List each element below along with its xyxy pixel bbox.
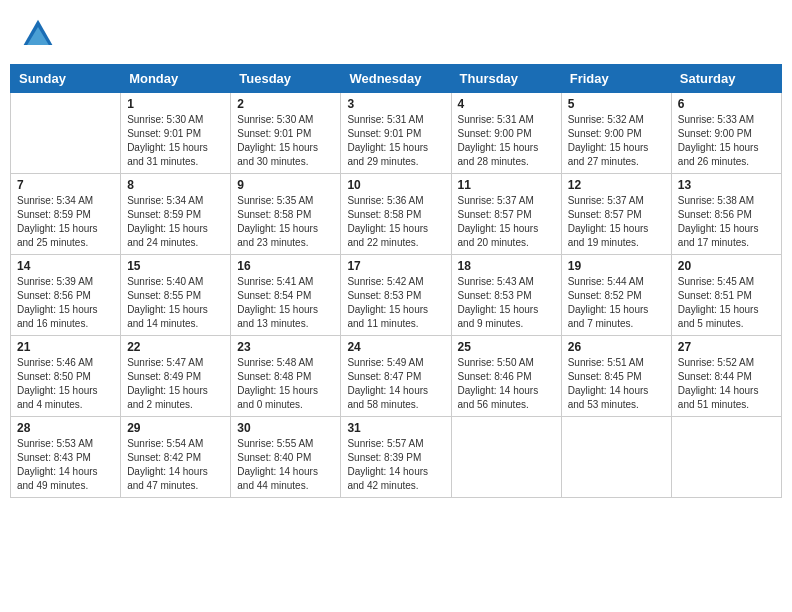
day-info: Sunrise: 5:43 AMSunset: 8:53 PMDaylight:… [458, 275, 555, 331]
day-info: Sunrise: 5:37 AMSunset: 8:57 PMDaylight:… [458, 194, 555, 250]
calendar-cell: 1 Sunrise: 5:30 AMSunset: 9:01 PMDayligh… [121, 93, 231, 174]
day-info: Sunrise: 5:31 AMSunset: 9:00 PMDaylight:… [458, 113, 555, 169]
calendar-cell: 20 Sunrise: 5:45 AMSunset: 8:51 PMDaylig… [671, 255, 781, 336]
calendar-cell: 6 Sunrise: 5:33 AMSunset: 9:00 PMDayligh… [671, 93, 781, 174]
calendar-cell: 11 Sunrise: 5:37 AMSunset: 8:57 PMDaylig… [451, 174, 561, 255]
day-number: 6 [678, 97, 775, 111]
week-row-4: 21 Sunrise: 5:46 AMSunset: 8:50 PMDaylig… [11, 336, 782, 417]
day-number: 11 [458, 178, 555, 192]
day-number: 29 [127, 421, 224, 435]
day-info: Sunrise: 5:44 AMSunset: 8:52 PMDaylight:… [568, 275, 665, 331]
calendar-cell: 23 Sunrise: 5:48 AMSunset: 8:48 PMDaylig… [231, 336, 341, 417]
week-row-5: 28 Sunrise: 5:53 AMSunset: 8:43 PMDaylig… [11, 417, 782, 498]
day-number: 22 [127, 340, 224, 354]
calendar-cell: 29 Sunrise: 5:54 AMSunset: 8:42 PMDaylig… [121, 417, 231, 498]
calendar-cell: 18 Sunrise: 5:43 AMSunset: 8:53 PMDaylig… [451, 255, 561, 336]
day-info: Sunrise: 5:45 AMSunset: 8:51 PMDaylight:… [678, 275, 775, 331]
day-number: 19 [568, 259, 665, 273]
day-number: 4 [458, 97, 555, 111]
calendar-cell: 15 Sunrise: 5:40 AMSunset: 8:55 PMDaylig… [121, 255, 231, 336]
day-info: Sunrise: 5:49 AMSunset: 8:47 PMDaylight:… [347, 356, 444, 412]
calendar-cell: 17 Sunrise: 5:42 AMSunset: 8:53 PMDaylig… [341, 255, 451, 336]
day-number: 7 [17, 178, 114, 192]
calendar-cell: 5 Sunrise: 5:32 AMSunset: 9:00 PMDayligh… [561, 93, 671, 174]
calendar-cell: 24 Sunrise: 5:49 AMSunset: 8:47 PMDaylig… [341, 336, 451, 417]
day-header-tuesday: Tuesday [231, 65, 341, 93]
day-info: Sunrise: 5:41 AMSunset: 8:54 PMDaylight:… [237, 275, 334, 331]
calendar-cell [561, 417, 671, 498]
week-row-1: 1 Sunrise: 5:30 AMSunset: 9:01 PMDayligh… [11, 93, 782, 174]
day-header-saturday: Saturday [671, 65, 781, 93]
day-info: Sunrise: 5:48 AMSunset: 8:48 PMDaylight:… [237, 356, 334, 412]
logo-icon [20, 18, 56, 54]
day-info: Sunrise: 5:31 AMSunset: 9:01 PMDaylight:… [347, 113, 444, 169]
calendar-cell: 3 Sunrise: 5:31 AMSunset: 9:01 PMDayligh… [341, 93, 451, 174]
day-header-friday: Friday [561, 65, 671, 93]
day-number: 21 [17, 340, 114, 354]
day-number: 18 [458, 259, 555, 273]
calendar-cell [451, 417, 561, 498]
calendar-table: SundayMondayTuesdayWednesdayThursdayFrid… [10, 64, 782, 498]
day-info: Sunrise: 5:38 AMSunset: 8:56 PMDaylight:… [678, 194, 775, 250]
day-number: 12 [568, 178, 665, 192]
day-number: 8 [127, 178, 224, 192]
calendar-cell [671, 417, 781, 498]
calendar-cell: 26 Sunrise: 5:51 AMSunset: 8:45 PMDaylig… [561, 336, 671, 417]
day-info: Sunrise: 5:54 AMSunset: 8:42 PMDaylight:… [127, 437, 224, 493]
calendar-cell: 7 Sunrise: 5:34 AMSunset: 8:59 PMDayligh… [11, 174, 121, 255]
day-info: Sunrise: 5:53 AMSunset: 8:43 PMDaylight:… [17, 437, 114, 493]
day-number: 20 [678, 259, 775, 273]
day-number: 1 [127, 97, 224, 111]
day-info: Sunrise: 5:50 AMSunset: 8:46 PMDaylight:… [458, 356, 555, 412]
calendar-cell: 16 Sunrise: 5:41 AMSunset: 8:54 PMDaylig… [231, 255, 341, 336]
day-info: Sunrise: 5:52 AMSunset: 8:44 PMDaylight:… [678, 356, 775, 412]
day-number: 16 [237, 259, 334, 273]
day-info: Sunrise: 5:42 AMSunset: 8:53 PMDaylight:… [347, 275, 444, 331]
day-info: Sunrise: 5:40 AMSunset: 8:55 PMDaylight:… [127, 275, 224, 331]
calendar-cell: 30 Sunrise: 5:55 AMSunset: 8:40 PMDaylig… [231, 417, 341, 498]
day-info: Sunrise: 5:33 AMSunset: 9:00 PMDaylight:… [678, 113, 775, 169]
calendar-cell: 27 Sunrise: 5:52 AMSunset: 8:44 PMDaylig… [671, 336, 781, 417]
calendar-cell: 25 Sunrise: 5:50 AMSunset: 8:46 PMDaylig… [451, 336, 561, 417]
day-number: 17 [347, 259, 444, 273]
day-info: Sunrise: 5:34 AMSunset: 8:59 PMDaylight:… [17, 194, 114, 250]
day-number: 13 [678, 178, 775, 192]
logo [20, 18, 60, 54]
day-info: Sunrise: 5:30 AMSunset: 9:01 PMDaylight:… [127, 113, 224, 169]
day-header-sunday: Sunday [11, 65, 121, 93]
day-info: Sunrise: 5:46 AMSunset: 8:50 PMDaylight:… [17, 356, 114, 412]
day-info: Sunrise: 5:47 AMSunset: 8:49 PMDaylight:… [127, 356, 224, 412]
day-info: Sunrise: 5:35 AMSunset: 8:58 PMDaylight:… [237, 194, 334, 250]
day-number: 23 [237, 340, 334, 354]
day-number: 5 [568, 97, 665, 111]
calendar-cell: 31 Sunrise: 5:57 AMSunset: 8:39 PMDaylig… [341, 417, 451, 498]
day-number: 15 [127, 259, 224, 273]
calendar-cell: 8 Sunrise: 5:34 AMSunset: 8:59 PMDayligh… [121, 174, 231, 255]
calendar-cell: 19 Sunrise: 5:44 AMSunset: 8:52 PMDaylig… [561, 255, 671, 336]
day-number: 2 [237, 97, 334, 111]
day-number: 26 [568, 340, 665, 354]
day-header-wednesday: Wednesday [341, 65, 451, 93]
calendar-cell: 22 Sunrise: 5:47 AMSunset: 8:49 PMDaylig… [121, 336, 231, 417]
day-number: 3 [347, 97, 444, 111]
calendar-cell: 2 Sunrise: 5:30 AMSunset: 9:01 PMDayligh… [231, 93, 341, 174]
day-info: Sunrise: 5:34 AMSunset: 8:59 PMDaylight:… [127, 194, 224, 250]
calendar-cell: 4 Sunrise: 5:31 AMSunset: 9:00 PMDayligh… [451, 93, 561, 174]
day-header-thursday: Thursday [451, 65, 561, 93]
day-number: 30 [237, 421, 334, 435]
day-info: Sunrise: 5:36 AMSunset: 8:58 PMDaylight:… [347, 194, 444, 250]
week-row-3: 14 Sunrise: 5:39 AMSunset: 8:56 PMDaylig… [11, 255, 782, 336]
day-info: Sunrise: 5:55 AMSunset: 8:40 PMDaylight:… [237, 437, 334, 493]
day-info: Sunrise: 5:51 AMSunset: 8:45 PMDaylight:… [568, 356, 665, 412]
day-number: 10 [347, 178, 444, 192]
week-row-2: 7 Sunrise: 5:34 AMSunset: 8:59 PMDayligh… [11, 174, 782, 255]
calendar-header-row: SundayMondayTuesdayWednesdayThursdayFrid… [11, 65, 782, 93]
day-info: Sunrise: 5:57 AMSunset: 8:39 PMDaylight:… [347, 437, 444, 493]
calendar-cell [11, 93, 121, 174]
day-number: 27 [678, 340, 775, 354]
calendar-cell: 10 Sunrise: 5:36 AMSunset: 8:58 PMDaylig… [341, 174, 451, 255]
day-number: 9 [237, 178, 334, 192]
day-number: 14 [17, 259, 114, 273]
day-info: Sunrise: 5:32 AMSunset: 9:00 PMDaylight:… [568, 113, 665, 169]
calendar-cell: 13 Sunrise: 5:38 AMSunset: 8:56 PMDaylig… [671, 174, 781, 255]
